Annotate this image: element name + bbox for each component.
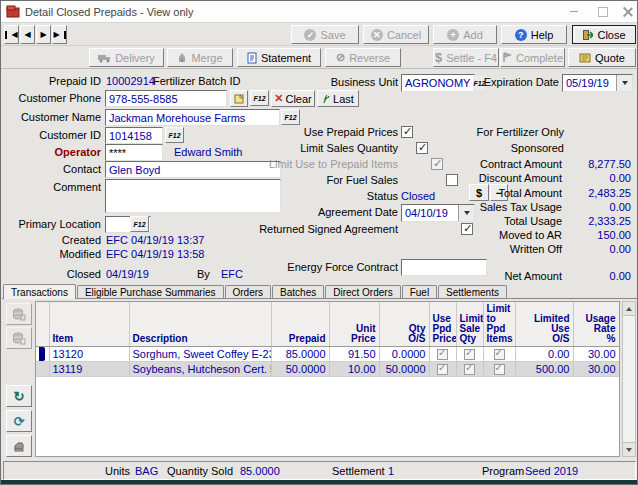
col-limit-to-ppd-items[interactable]: Limit to Ppd Items (483, 302, 515, 347)
written-off-label: Written Off (444, 243, 562, 255)
cell-usage-rate[interactable]: 30.00 (573, 362, 619, 377)
cell-usage-rate[interactable]: 30.00 (573, 347, 619, 362)
grid-import-button (6, 327, 32, 349)
prepaid-id-value: 10002914 (106, 75, 155, 87)
cell-limited-use-os[interactable]: 500.00 (515, 362, 573, 377)
help-icon: ? (515, 29, 527, 41)
quantity-sold-value: 85.0000 (240, 465, 280, 477)
minimize-button[interactable] (563, 3, 585, 20)
fertilizer-batch-id-label: Fertilizer Batch ID (153, 75, 240, 87)
close-button[interactable]: Close (572, 25, 636, 44)
maximize-button[interactable] (592, 3, 614, 20)
phone-f12-button[interactable]: F12 (250, 90, 269, 106)
cell-limit-ppd (483, 347, 515, 362)
grid-row-1[interactable]: 13120 Sorghum, Sweet Coffey E-2322 85.00… (36, 347, 619, 362)
created-value: EFC 04/19/19 13:37 (106, 234, 204, 246)
tab-transactions[interactable]: Transactions (3, 284, 76, 299)
cell-limit-sale (456, 347, 483, 362)
cell-unit-price[interactable]: 91.50 (329, 347, 379, 362)
tab-direct-orders[interactable]: Direct Orders (325, 285, 400, 299)
cell-item[interactable]: 13119 (49, 362, 129, 377)
col-unit-price[interactable]: Unit Price (329, 302, 379, 347)
col-prepaid[interactable]: Prepaid (271, 302, 329, 347)
scroll-down-icon[interactable] (623, 442, 635, 456)
cell-qty-os[interactable]: 0.0000 (379, 347, 429, 362)
limit-ppd-checkbox (494, 364, 505, 375)
quote-button[interactable]: Quote (568, 48, 636, 67)
refresh-all-button[interactable]: ⟳ (6, 410, 32, 432)
customer-id-f12-button[interactable]: F12 (165, 127, 184, 143)
created-label: Created (1, 234, 101, 246)
cancel-button: ✕ Cancel (363, 25, 429, 44)
expiration-date-dropdown-icon[interactable] (616, 75, 632, 91)
tab-eligible-purchase-summaries[interactable]: Eligible Purchase Summaries (77, 285, 224, 299)
cell-description[interactable]: Sorghum, Sweet Coffey E-2322 (129, 347, 271, 362)
grid-vertical-scrollbar[interactable] (622, 301, 636, 457)
written-off-value: 0.00 (547, 243, 631, 255)
statement-button[interactable]: Statement (237, 48, 321, 67)
sales-tax-usage-value: 0.00 (547, 201, 631, 213)
closed-by-label: By (197, 268, 210, 280)
expiration-date-combo[interactable]: 05/19/19 (562, 74, 633, 92)
misc-tool-button[interactable] (6, 435, 32, 457)
transactions-panel: ↻ ⟳ Item Description (2, 298, 638, 460)
grid-row-2[interactable]: 13119 Soybeans, Hutcheson Cert. 50# 50.0… (36, 362, 619, 377)
use-prepaid-prices-checkbox[interactable] (401, 126, 413, 138)
scroll-up-icon[interactable] (623, 302, 635, 316)
customer-id-input[interactable] (105, 127, 163, 144)
units-label: Units (105, 465, 130, 477)
cell-prepaid[interactable]: 85.0000 (271, 347, 329, 362)
add-icon: + (447, 29, 459, 41)
primary-location-f12-button[interactable]: F12 (130, 216, 149, 232)
merge-button: Merge (167, 48, 233, 67)
refresh-icon: ↻ (14, 389, 25, 404)
tab-fuel[interactable]: Fuel (402, 285, 437, 299)
col-limited-use-os[interactable]: Limited Use O/S (515, 302, 573, 347)
help-button[interactable]: ? Help (501, 25, 567, 44)
operator-input[interactable] (105, 144, 163, 161)
limit-sale-checkbox (464, 364, 475, 375)
cell-qty-os[interactable]: 50.0000 (379, 362, 429, 377)
limit-ppd-checkbox (494, 349, 505, 360)
statement-document-icon (247, 52, 257, 64)
cell-item[interactable]: 13120 (49, 347, 129, 362)
title-bar: Detail Closed Prepaids - View only (1, 1, 637, 23)
delivery-button: Delivery (89, 48, 164, 67)
grid-export-button (6, 303, 32, 325)
limit-sales-quantity-label: Limit Sales Quantity (233, 142, 398, 154)
nav-first-button[interactable]: ◀ (4, 25, 19, 44)
nav-next-button[interactable]: ▶ (36, 25, 51, 44)
clear-x-icon: ✕ (274, 92, 283, 105)
col-use-ppd-price[interactable]: Use Ppd Price (429, 302, 456, 347)
cell-use-ppd (429, 347, 456, 362)
col-limit-sale-qty[interactable]: Limit Sale Qty (456, 302, 483, 347)
net-amount-value: 0.00 (547, 270, 631, 282)
note-button[interactable] (230, 90, 248, 107)
tab-settlements[interactable]: Settlements (438, 285, 507, 299)
clear-button[interactable]: ✕ Clear (271, 90, 315, 107)
customer-name-input[interactable] (105, 109, 280, 126)
col-usage-rate[interactable]: Usage Rate % (573, 302, 619, 347)
settle-dollar-icon: $ (435, 50, 442, 65)
cell-prepaid[interactable]: 50.0000 (271, 362, 329, 377)
tab-batches[interactable]: Batches (272, 285, 324, 299)
last-button[interactable]: Last (317, 90, 359, 107)
nav-last-button[interactable]: ▶ (52, 25, 67, 44)
contact-label: Contact (1, 163, 101, 175)
cell-limit-sale (456, 362, 483, 377)
close-window-button[interactable] (617, 3, 638, 20)
refresh-button[interactable]: ↻ (6, 385, 32, 407)
refresh-all-icon: ⟳ (14, 414, 25, 429)
col-description[interactable]: Description (129, 302, 271, 347)
nav-prev-button[interactable]: ◀ (20, 25, 35, 44)
tab-orders[interactable]: Orders (225, 285, 272, 299)
customer-phone-input[interactable] (105, 90, 227, 107)
app-window: Detail Closed Prepaids - View only ◀ ◀ ▶… (0, 0, 638, 485)
limit-use-prepaid-items-checkbox (431, 158, 443, 170)
customer-name-f12-button[interactable]: F12 (281, 109, 300, 125)
col-item[interactable]: Item (49, 302, 129, 347)
cell-unit-price[interactable]: 10.00 (329, 362, 379, 377)
cell-description[interactable]: Soybeans, Hutcheson Cert. 50# (129, 362, 271, 377)
cell-limited-use-os[interactable]: 0.00 (515, 347, 573, 362)
col-qty-os[interactable]: Qty O/S (379, 302, 429, 347)
